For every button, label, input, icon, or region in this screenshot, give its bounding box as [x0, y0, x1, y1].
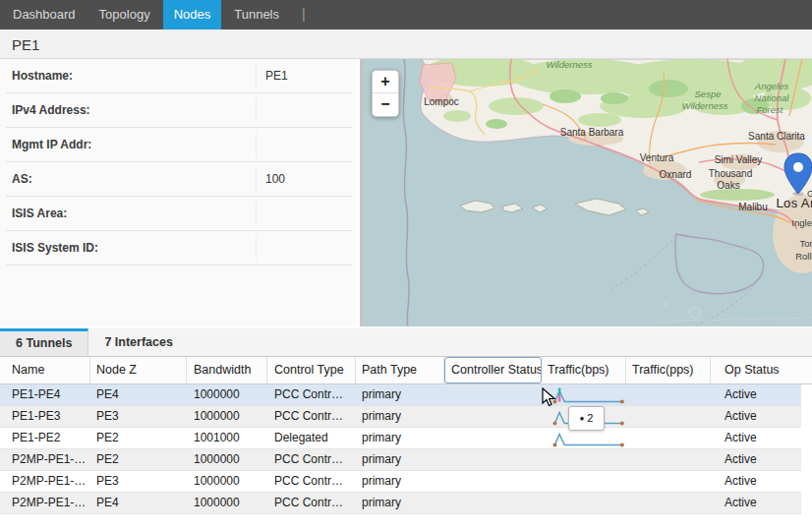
- controller-status: [444, 471, 542, 492]
- bandwidth: 1000000: [187, 406, 267, 427]
- tunnel-name: P2MP-PE1-…: [0, 449, 90, 470]
- control-type: PCC Contr…: [267, 471, 356, 492]
- map-label: Malibu: [738, 202, 767, 212]
- traffic-bps: [542, 493, 626, 513]
- traffic-pps: [626, 384, 711, 405]
- nav-item-topology[interactable]: Topology: [88, 0, 161, 29]
- map-label: Wilderness: [547, 59, 593, 70]
- detail-label: IPv4 Address:: [12, 103, 90, 117]
- map-zoom-control: + −: [372, 70, 399, 117]
- op-status: Active: [711, 449, 801, 470]
- column-header-op-status[interactable]: Op Status: [711, 357, 812, 383]
- detail-separator: [256, 166, 257, 192]
- map-label: Thousand: [709, 168, 752, 179]
- control-type: Delegated: [267, 428, 356, 448]
- tooltip-dot-icon: ●: [580, 414, 585, 423]
- table-row[interactable]: P2MP-PE1-…PE21000000PCC Contr…primaryAct…: [0, 449, 801, 471]
- traffic-pps: [626, 493, 711, 513]
- column-header-path-type[interactable]: Path Type: [356, 357, 444, 383]
- controller-status: [444, 449, 542, 470]
- detail-separator: [256, 63, 257, 88]
- detail-label: ISIS System ID:: [12, 241, 98, 255]
- table-row[interactable]: PE1-PE2PE21001000DelegatedprimaryActive: [0, 428, 801, 449]
- detail-row-mgmt-ip: Mgmt IP Addr:: [6, 128, 352, 162]
- control-type: PCC Contr…: [267, 449, 356, 470]
- bandwidth: 1000000: [187, 384, 267, 405]
- controller-status: [444, 428, 542, 448]
- traffic-sparkline[interactable]: [551, 385, 626, 405]
- nav-item-tunnels[interactable]: Tunnels: [223, 0, 290, 29]
- tunnel-name: PE1-PE3: [0, 406, 90, 427]
- detail-label: AS:: [12, 172, 32, 186]
- map-label: Ventura: [640, 152, 674, 163]
- traffic-pps: [626, 428, 711, 448]
- node-z: PE3: [90, 471, 187, 492]
- nav-item-dashboard[interactable]: Dashboard: [2, 0, 87, 29]
- map-label: National: [755, 92, 790, 103]
- detail-label: ISIS Area:: [12, 206, 67, 220]
- detail-value: 100: [265, 172, 285, 186]
- map-label: Santa Clarita: [748, 131, 805, 142]
- detail-row-as: AS: 100: [6, 162, 352, 197]
- mouse-cursor-icon: [542, 387, 556, 407]
- detail-separator: [256, 97, 257, 123]
- map-panel[interactable]: WildernessLompocSespeWildernessAngelesNa…: [360, 59, 812, 326]
- tooltip-value: 2: [587, 412, 593, 424]
- detail-row-isis-system-id: ISIS System ID:: [6, 231, 352, 265]
- detail-separator: [256, 201, 257, 226]
- map-label: Oxnard: [660, 169, 692, 180]
- column-header-controller-status[interactable]: Controller Status: [444, 357, 542, 383]
- title-bar: PE1: [0, 29, 812, 59]
- column-header-control-type[interactable]: Control Type: [267, 357, 356, 383]
- node-z: PE2: [90, 449, 187, 470]
- path-type: primary: [356, 406, 444, 427]
- traffic-sparkline[interactable]: [551, 429, 626, 448]
- controller-status: [444, 384, 542, 405]
- map-label: Simi Valley: [715, 154, 763, 165]
- map-label: Lompoc: [424, 96, 459, 107]
- tunnels-table-body: PE1-PE4PE41000000PCC Contr…primaryActive…: [0, 384, 812, 514]
- column-header-name[interactable]: Name: [0, 357, 90, 383]
- traffic-pps: [626, 406, 711, 427]
- table-row[interactable]: P2MP-PE1-…PE41000000PCC Contr…primaryAct…: [0, 493, 801, 514]
- tab-tunnels[interactable]: 6 Tunnels: [0, 328, 88, 356]
- path-type: primary: [356, 493, 444, 513]
- map-label: Wilderness: [682, 100, 728, 111]
- zoom-in-button[interactable]: +: [373, 71, 398, 93]
- detail-label: Hostname:: [12, 69, 73, 83]
- path-type: primary: [356, 384, 444, 405]
- node-z: PE4: [90, 493, 187, 513]
- tunnel-name: P2MP-PE1-…: [0, 493, 90, 513]
- traffic-bps: [542, 449, 626, 470]
- column-header-bandwidth[interactable]: Bandwidth: [187, 357, 267, 383]
- table-row[interactable]: PE1-PE4PE41000000PCC Contr…primaryActive: [0, 384, 801, 406]
- map-canvas: WildernessLompocSespeWildernessAngelesNa…: [364, 59, 812, 326]
- control-type: PCC Contr…: [267, 493, 356, 513]
- detail-value: PE1: [265, 69, 288, 83]
- bandwidth: 1000000: [187, 493, 267, 513]
- bandwidth: 1000000: [187, 471, 267, 492]
- traffic-pps: [626, 471, 711, 492]
- tunnels-table-header: Name Node Z Bandwidth Control Type Path …: [0, 357, 812, 384]
- traffic-bps: [542, 428, 626, 448]
- table-row[interactable]: PE1-PE3PE31000000PCC Contr…primaryActive: [0, 406, 801, 428]
- op-status: Active: [711, 471, 801, 492]
- detail-row-hostname: Hostname: PE1: [6, 59, 352, 93]
- op-status: Active: [711, 428, 801, 448]
- sparkline-tooltip: ●2: [568, 406, 605, 431]
- column-header-traffic-pps[interactable]: Traffic(pps): [626, 357, 711, 383]
- nav-item-nodes[interactable]: Nodes: [163, 0, 222, 29]
- map-label: Santa Barbara: [560, 127, 624, 138]
- detail-separator: [256, 235, 257, 261]
- tunnel-name: P2MP-PE1-…: [0, 471, 90, 492]
- zoom-out-button[interactable]: −: [373, 93, 398, 116]
- column-header-traffic-bps[interactable]: Traffic(bps): [542, 357, 626, 383]
- map-label: Torrance: [800, 238, 812, 249]
- tab-interfaces[interactable]: 7 Interfaces: [88, 328, 188, 356]
- column-header-node-z[interactable]: Node Z: [90, 357, 187, 383]
- control-type: PCC Contr…: [267, 384, 356, 405]
- path-type: primary: [356, 428, 444, 448]
- path-type: primary: [356, 449, 444, 470]
- table-row[interactable]: P2MP-PE1-…PE31000000PCC Contr…primaryAct…: [0, 471, 801, 493]
- map-label: Forest: [757, 104, 783, 115]
